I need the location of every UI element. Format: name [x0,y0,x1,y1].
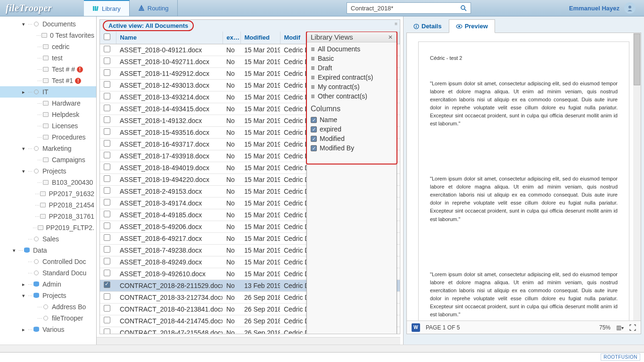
row-checkbox[interactable] [100,138,116,150]
view-menu-handle-icon[interactable]: ≡ [395,21,398,26]
tree-item-controlled-doc[interactable]: ⋯Controlled Doc [0,256,96,267]
row-checkbox[interactable] [100,162,116,173]
popup-close-icon[interactable]: ✕ [388,34,393,41]
tree-toggle-icon[interactable]: ▾ [21,168,26,174]
view-option-all-documents[interactable]: ≣All Documents [311,44,393,54]
tree-item-test[interactable]: ⋯test [0,52,96,64]
tree-toggle-icon[interactable]: ▸ [21,327,26,333]
view-option-draft[interactable]: ≣Draft [311,63,393,73]
fullscreen-icon[interactable] [629,324,636,331]
view-option-other-contract-s-[interactable]: ≣Other contract(s) [311,91,393,101]
row-checkbox[interactable] [100,67,116,79]
row-checkbox[interactable] [100,303,116,315]
row-checkbox[interactable] [100,103,116,115]
tree-item-pp2018-21454[interactable]: ⋯PP2018_21454 [0,199,96,211]
tree-toggle-icon[interactable]: ▸ [21,89,26,95]
column-toggle-expired[interactable]: ✓expired [311,124,393,134]
checkbox-icon[interactable]: ✓ [311,126,317,132]
checkbox-icon[interactable]: ✓ [311,117,317,123]
app-horizontal-scrollbar[interactable] [0,345,644,352]
layout-mode-icon[interactable]: ▥▾ [616,324,624,331]
column-toggle-modified[interactable]: ✓Modified [311,134,393,143]
row-checkbox[interactable] [100,280,116,291]
row-checkbox[interactable] [100,327,116,334]
row-checkbox[interactable] [100,244,116,256]
search-input[interactable] [351,5,461,12]
tree-item-hardware[interactable]: ⋯Hardware [0,98,96,109]
scrollbar-thumb[interactable] [634,33,640,85]
row-checkbox[interactable] [100,291,116,303]
row-checkbox[interactable] [100,173,116,185]
preview-viewport[interactable]: Cédric - test 2 "Lorem ipsum dolor sit a… [407,33,641,321]
word-app-icon[interactable]: W [412,323,420,332]
tree-item-standard-docu[interactable]: ⋯Standard Docu [0,267,96,279]
tab-details[interactable]: Details [406,19,449,33]
tree-toggle-icon[interactable]: ▸ [21,281,26,288]
tree-toggle-icon[interactable]: ▾ [21,146,26,152]
col-modified[interactable]: Modified [240,32,280,44]
view-option-basic[interactable]: ≣Basic [311,54,393,63]
zoom-level[interactable]: 75% [599,324,611,331]
tree-item-various[interactable]: ▸⋯Various [0,324,96,335]
checkbox-icon[interactable]: ✓ [311,145,317,151]
row-checkbox[interactable] [100,185,116,197]
tree-item-pp2018-31761[interactable]: ⋯PP2018_31761 [0,211,96,222]
col-expired[interactable]: ex… [223,32,240,44]
row-checkbox[interactable] [100,221,116,232]
tree-item-b103-200430[interactable]: ⋯B103_200430 [0,177,96,188]
tree-item-0-test-favorites[interactable]: ⋯0 Test favorites [0,30,96,41]
row-checkbox[interactable] [100,44,116,56]
tree-item-filetrooper[interactable]: ⋯fileTrooper [0,313,96,324]
row-checkbox[interactable] [100,256,116,268]
tree-item-cedric[interactable]: ⋯cedric [0,41,96,52]
tree-item-test-1[interactable]: ⋯Test #1! [0,75,96,86]
tree-item-projects[interactable]: ▾⋯Projects [0,290,96,301]
row-checkbox[interactable] [100,115,116,126]
tree-item-licenses[interactable]: ⋯Licenses [0,120,96,132]
tree-toggle-icon[interactable]: ▾ [21,21,26,27]
row-checkbox[interactable] [100,232,116,244]
checkbox-icon[interactable]: ✓ [311,136,317,142]
view-option-expired-contract-s-[interactable]: ≣Expired contract(s) [311,73,393,82]
row-checkbox[interactable] [100,150,116,162]
tree-item-helpdesk[interactable]: ⋯Helpdesk [0,109,96,120]
row-checkbox[interactable] [100,209,116,221]
popup-title-bar[interactable]: Library Views ✕ [307,32,396,42]
tree-item-sales[interactable]: ⋯Sales [0,233,96,245]
preview-vscrollbar[interactable] [633,33,641,321]
user-menu[interactable]: Emmanuel Hayez [561,2,644,14]
row-checkbox[interactable] [100,56,116,67]
tree-item-address-bo[interactable]: ⋯Address Bo [0,301,96,313]
tree-toggle-icon[interactable]: ▾ [21,293,26,299]
horizontal-scrollbar[interactable] [97,337,400,345]
row-checkbox[interactable] [100,126,116,138]
column-toggle-modified-by[interactable]: ✓Modified By [311,143,393,153]
tree-item-pp2017-91632[interactable]: ⋯PP2017_91632 [0,188,96,199]
tree-item-pp2019-fltp2-[interactable]: ⋯PP2019_FLTP2. [0,222,96,233]
col-name[interactable]: Name [116,32,223,44]
view-option-my-contract-s-[interactable]: ≣My contract(s) [311,82,393,91]
row-checkbox[interactable] [100,91,116,103]
row-checkbox[interactable] [100,197,116,209]
tree-item-procedures[interactable]: ⋯Procedures [0,132,96,143]
tree-item-data[interactable]: ▾⋯Data [0,245,96,256]
tree-item-documents[interactable]: ▾⋯Documents [0,18,96,30]
row-checkbox[interactable] [100,79,116,91]
tree-item-it[interactable]: ▸⋯IT [0,86,96,98]
tree-item-test-[interactable]: ⋯Test # #! [0,64,96,75]
active-view-bar[interactable]: Active view: All Documents ≡ [99,19,400,32]
tree-item-marketing[interactable]: ▾⋯Marketing [0,143,96,154]
tab-routing[interactable]: Routing [130,0,178,16]
col-checkbox[interactable] [100,32,116,44]
row-checkbox[interactable] [100,268,116,280]
row-checkbox[interactable] [100,315,116,327]
tree-item-admin[interactable]: ▸⋯Admin [0,279,96,290]
tree-item-projects[interactable]: ▾⋯Projects [0,165,96,177]
search-icon[interactable] [461,5,467,11]
tab-preview[interactable]: Preview [449,19,495,33]
tree-item-campaigns[interactable]: ⋯Campaigns [0,154,96,165]
column-toggle-name[interactable]: ✓Name [311,115,393,124]
search-box[interactable] [347,2,471,14]
tree-toggle-icon[interactable]: ▾ [11,247,17,254]
tab-library[interactable]: Library [84,0,130,16]
